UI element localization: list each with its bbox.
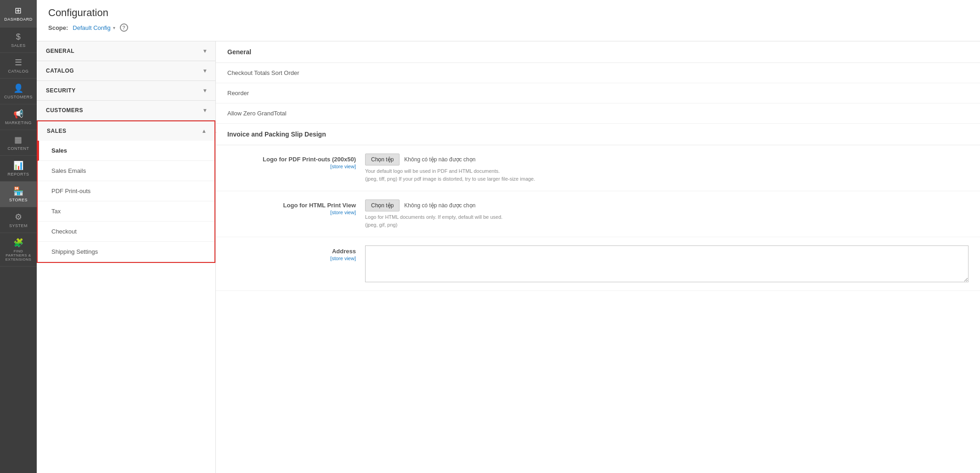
field-row-logo-html: Logo for HTML Print View [store view] Ch… <box>216 191 980 237</box>
invoice-section-header: Invoice and Packing Slip Design <box>216 124 980 145</box>
system-icon: ⚙ <box>15 212 23 222</box>
sales-subitem-sales-emails[interactable]: Sales Emails <box>38 161 214 181</box>
accordion-general: GENERAL ▾ <box>37 41 215 61</box>
main-area: Configuration Scope: Default Config ▾ ? … <box>37 0 980 473</box>
find-partners-icon: 🧩 <box>13 238 24 248</box>
field-label-col-logo-html: Logo for HTML Print View [store view] <box>227 199 365 215</box>
sales-subitem-label: Tax <box>51 208 61 215</box>
sidebar-item-content[interactable]: ▦ CONTENT <box>0 130 37 156</box>
accordion-label-sales: SALES <box>47 128 67 134</box>
field-control-row-logo-pdf: Chọn tệp Không có tệp nào được chọn <box>365 154 969 165</box>
field-label-col-logo-pdf: Logo for PDF Print-outs (200x50) [store … <box>227 154 365 169</box>
field-label-logo-pdf: Logo for PDF Print-outs (200x50) <box>263 156 356 163</box>
choose-file-button-pdf[interactable]: Chọn tệp <box>365 154 400 165</box>
invoice-section-label: Invoice and Packing Slip Design <box>227 131 326 138</box>
sales-icon: $ <box>16 32 21 42</box>
accordion-header-security[interactable]: SECURITY ▾ <box>37 81 215 100</box>
sidebar-item-label: SYSTEM <box>9 223 28 228</box>
sales-subitem-shipping-settings[interactable]: Shipping Settings <box>38 242 214 262</box>
sidebar-item-catalog[interactable]: ☰ CATALOG <box>0 53 37 79</box>
sales-subitem-label: Checkout <box>51 228 77 235</box>
field-sublabel-address: [store view] <box>227 256 356 261</box>
accordion-catalog: CATALOG ▾ <box>37 61 215 81</box>
catalog-icon: ☰ <box>15 57 23 68</box>
chevron-up-icon: ▴ <box>203 128 206 134</box>
field-label-col-address: Address [store view] <box>227 245 365 261</box>
no-file-text-html: Không có tệp nào được chọn <box>404 202 475 209</box>
sidebar-item-label: REPORTS <box>8 172 29 177</box>
field-label-address: Address <box>332 248 356 255</box>
section-general-header: General <box>216 41 980 63</box>
address-textarea[interactable] <box>365 245 969 282</box>
help-icon[interactable]: ? <box>120 23 128 32</box>
sales-subitem-checkout[interactable]: Checkout <box>38 222 214 242</box>
field-hint-logo-pdf: Your default logo will be used in PDF an… <box>365 167 969 182</box>
field-control-col-address <box>365 245 969 282</box>
config-row-allow-zero[interactable]: Allow Zero GrandTotal <box>216 103 980 124</box>
field-hint-logo-html: Logo for HTML documents only. If empty, … <box>365 213 969 228</box>
scope-label: Scope: <box>48 24 68 31</box>
accordion-header-catalog[interactable]: CATALOG ▾ <box>37 61 215 80</box>
config-row-reorder[interactable]: Reorder <box>216 83 980 103</box>
sidebar-item-dashboard[interactable]: ⊞ DASHBOARD <box>0 0 37 28</box>
sidebar-item-reports[interactable]: 📊 REPORTS <box>0 156 37 182</box>
chevron-down-icon: ▾ <box>203 107 207 114</box>
dashboard-icon: ⊞ <box>15 6 22 16</box>
page-title: Configuration <box>48 7 969 19</box>
sales-subitem-label: PDF Print-outs <box>51 188 90 194</box>
accordion-label-customers: CUSTOMERS <box>46 107 83 114</box>
field-row-address: Address [store view] <box>216 237 980 291</box>
right-panel: General Checkout Totals Sort Order Reord… <box>216 41 980 473</box>
sidebar: ⊞ DASHBOARD $ SALES ☰ CATALOG 👤 CUSTOMER… <box>0 0 37 473</box>
stores-icon: 🏪 <box>13 186 24 196</box>
section-general-label: General <box>227 48 251 56</box>
sidebar-item-marketing[interactable]: 📢 MARKETING <box>0 104 37 130</box>
field-row-logo-pdf: Logo for PDF Print-outs (200x50) [store … <box>216 145 980 191</box>
scope-value: Default Config <box>73 24 110 31</box>
sidebar-item-label: MARKETING <box>5 120 32 125</box>
no-file-text-pdf: Không có tệp nào được chọn <box>404 156 475 163</box>
accordion-sales: SALES ▴ Sales Sales Emails PDF Print-out… <box>37 120 215 263</box>
field-label-logo-html: Logo for HTML Print View <box>283 202 356 209</box>
accordion-header-sales[interactable]: SALES ▴ <box>38 121 214 141</box>
scope-dropdown[interactable]: Default Config ▾ <box>73 24 115 31</box>
sidebar-item-customers[interactable]: 👤 CUSTOMERS <box>0 79 37 104</box>
field-control-col-logo-pdf: Chọn tệp Không có tệp nào được chọn Your… <box>365 154 969 182</box>
content-icon: ▦ <box>14 135 23 145</box>
sales-subitem-tax[interactable]: Tax <box>38 201 214 222</box>
sidebar-item-label: SALES <box>11 43 26 48</box>
sidebar-item-label: CUSTOMERS <box>4 95 33 99</box>
accordion-security: SECURITY ▾ <box>37 81 215 101</box>
page-header: Configuration Scope: Default Config ▾ ? <box>37 0 980 41</box>
sidebar-item-system[interactable]: ⚙ SYSTEM <box>0 207 37 233</box>
sales-subitem-sales[interactable]: Sales <box>38 141 214 161</box>
accordion-header-general[interactable]: GENERAL ▾ <box>37 41 215 61</box>
sidebar-item-label: CATALOG <box>8 69 28 74</box>
sidebar-item-label: FIND PARTNERS & EXTENSIONS <box>2 249 34 262</box>
chevron-down-icon: ▾ <box>203 68 207 74</box>
sales-subitem-pdf-printouts[interactable]: PDF Print-outs <box>38 181 214 201</box>
chevron-down-icon: ▾ <box>203 48 207 54</box>
accordion-label-general: GENERAL <box>46 48 74 54</box>
chevron-down-icon: ▾ <box>203 87 207 94</box>
sidebar-item-label: DASHBOARD <box>4 17 33 22</box>
customers-icon: 👤 <box>13 83 24 93</box>
sales-subitem-label: Sales <box>51 147 67 154</box>
sidebar-item-find-partners[interactable]: 🧩 FIND PARTNERS & EXTENSIONS <box>0 233 37 267</box>
accordion-label-catalog: CATALOG <box>46 68 74 74</box>
field-sublabel-logo-pdf: [store view] <box>227 164 356 169</box>
field-control-col-logo-html: Chọn tệp Không có tệp nào được chọn Logo… <box>365 199 969 228</box>
accordion-customers: CUSTOMERS ▾ <box>37 101 215 120</box>
sidebar-item-sales[interactable]: $ SALES <box>0 28 37 53</box>
field-sublabel-logo-html: [store view] <box>227 210 356 215</box>
scope-bar: Scope: Default Config ▾ ? <box>48 23 969 36</box>
sidebar-item-stores[interactable]: 🏪 STORES <box>0 182 37 207</box>
config-row-checkout-totals[interactable]: Checkout Totals Sort Order <box>216 63 980 83</box>
choose-file-button-html[interactable]: Chọn tệp <box>365 199 400 211</box>
accordion-header-customers[interactable]: CUSTOMERS ▾ <box>37 101 215 120</box>
accordion-label-security: SECURITY <box>46 87 76 94</box>
sales-subitem-label: Shipping Settings <box>51 248 98 255</box>
left-panel: GENERAL ▾ CATALOG ▾ SECURITY ▾ <box>37 41 216 473</box>
sidebar-item-label: STORES <box>9 198 28 202</box>
sidebar-item-label: CONTENT <box>8 146 29 151</box>
